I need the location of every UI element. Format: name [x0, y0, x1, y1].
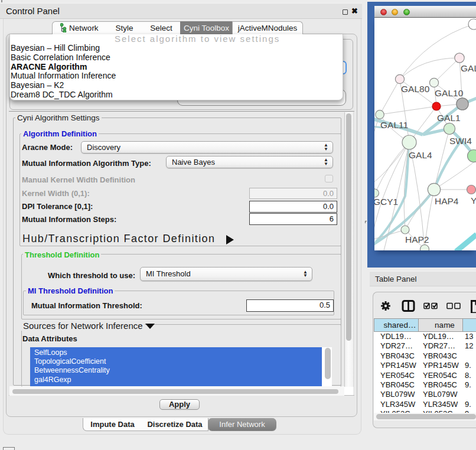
svg-text:Y: Y: [471, 195, 476, 206]
svg-text:GCY1: GCY1: [374, 197, 398, 207]
svg-text:SWI4: SWI4: [449, 136, 472, 146]
svg-text:GAL10: GAL10: [435, 88, 464, 98]
svg-text:GAL1: GAL1: [437, 113, 461, 123]
svg-text:GAL80: GAL80: [401, 84, 430, 94]
svg-text:GAL4: GAL4: [409, 150, 432, 160]
svg-text:GAL: GAL: [461, 63, 476, 73]
svg-text:GAL11: GAL11: [380, 120, 408, 130]
svg-text:HAP2: HAP2: [405, 234, 429, 244]
svg-text:HAP4: HAP4: [435, 196, 459, 206]
